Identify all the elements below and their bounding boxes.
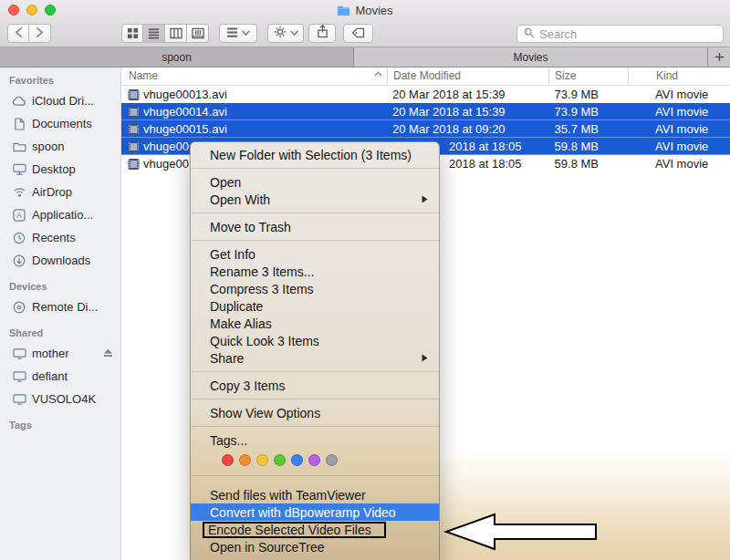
sort-ascending-icon [374, 71, 382, 77]
table-row[interactable]: vhuge00015.avi 20 Mar 2018 at 09:20 35.7… [121, 120, 730, 138]
sidebar-item-label: AirDrop [32, 185, 72, 199]
table-row[interactable]: vhuge00013.avi 20 Mar 2018 at 15:39 73.9… [121, 86, 730, 103]
tag-gray[interactable] [326, 454, 338, 466]
tag-green[interactable] [274, 454, 286, 466]
tag-purple[interactable] [308, 454, 320, 466]
sidebar-item-documents[interactable]: Documents [0, 112, 120, 135]
tag-yellow[interactable] [256, 454, 268, 466]
tag-button[interactable] [343, 24, 373, 43]
column-header-size[interactable]: Size [548, 67, 628, 85]
menu-item-make-alias[interactable]: Make Alias [191, 315, 439, 332]
sidebar-item-defiant[interactable]: defiant [0, 365, 120, 388]
menu-item-label: Share [210, 351, 422, 366]
sidebar-item-label: mother [32, 347, 68, 360]
column-header-date[interactable]: Date Modified [387, 67, 548, 85]
menu-item-quick-look[interactable]: Quick Look 3 Items [191, 332, 439, 349]
menu-item-label: Open in SourceTree [210, 540, 430, 555]
sidebar-item-remote-disc[interactable]: Remote Di... [0, 296, 120, 318]
share-button[interactable] [308, 24, 336, 43]
context-menu: New Folder with Selection (3 Items) Open… [190, 141, 440, 560]
movie-file-icon [128, 106, 140, 119]
menu-item-show-view-options[interactable]: Show View Options [191, 404, 439, 421]
column-label: Size [555, 69, 576, 82]
sidebar-item-recents[interactable]: Recents [0, 226, 120, 249]
menu-item-encode-selected[interactable]: Encode Selected Video Files [191, 521, 439, 538]
window-chrome: Movies [0, 0, 730, 47]
group-button[interactable] [219, 24, 257, 43]
menu-item-send-teamviewer[interactable]: Send files with TeamViewer [191, 486, 439, 503]
menu-item-open[interactable]: Open [191, 173, 439, 191]
sidebar-item-mother[interactable]: mother [0, 342, 120, 365]
sidebar-section-devices: Devices [0, 277, 120, 296]
menu-item-compress[interactable]: Compress 3 Items [191, 280, 439, 297]
coverflow-view-button[interactable] [187, 24, 209, 43]
menu-item-open-sourcetree[interactable]: Open in SourceTree [191, 538, 439, 555]
menu-item-tags[interactable]: Tags... [191, 431, 439, 449]
disc-icon [11, 301, 27, 314]
tag-blue[interactable] [291, 454, 303, 466]
action-button[interactable] [267, 24, 304, 43]
sidebar-item-applications[interactable]: AApplicatio... [0, 203, 120, 226]
file-name: vhuge00 [143, 138, 189, 155]
file-name: vhuge00014.avi [143, 103, 227, 120]
sidebar-section-favorites: Favorites [0, 71, 120, 89]
tag-red[interactable] [222, 454, 234, 466]
menu-item-share[interactable]: Share [191, 349, 439, 367]
column-label: Date Modified [393, 69, 461, 82]
tab-spoon[interactable]: spoon [0, 47, 354, 67]
finder-window: Movies [0, 0, 730, 560]
sidebar-item-desktop[interactable]: Desktop [0, 158, 120, 181]
sidebar-item-label: Documents [32, 117, 92, 130]
sidebar-item-spoon[interactable]: spoon [0, 135, 120, 158]
menu-item-copy[interactable]: Copy 3 Items [191, 377, 439, 394]
menu-item-label: Quick Look 3 Items [210, 334, 430, 348]
sidebar-item-vusolo4k[interactable]: VUSOLO4K [0, 388, 120, 410]
sidebar-item-airdrop[interactable]: AirDrop [0, 181, 120, 203]
file-name: vhuge00015.avi [143, 120, 227, 138]
sidebar-item-icloud[interactable]: iCloud Dri... [0, 89, 120, 112]
back-button[interactable] [7, 24, 29, 43]
column-header-name[interactable]: Name [121, 67, 387, 85]
menu-item-move-to-trash[interactable]: Move to Trash [191, 218, 439, 235]
sidebar-item-label: iCloud Dri... [32, 94, 94, 108]
view-switcher [121, 24, 209, 43]
chevron-right-icon [35, 26, 45, 42]
menu-item-label: Make Alias [210, 316, 430, 331]
display-icon [11, 370, 27, 382]
list-view-button[interactable] [143, 24, 165, 43]
column-headers: Name Date Modified Size Kind [121, 67, 730, 86]
new-tab-button[interactable] [708, 47, 730, 67]
sidebar-item-downloads[interactable]: Downloads [0, 249, 120, 272]
menu-item-get-info[interactable]: Get Info [191, 245, 439, 263]
share-icon [317, 25, 328, 42]
document-icon [11, 118, 27, 130]
applications-icon: A [11, 209, 27, 222]
search-input[interactable] [539, 27, 723, 41]
file-kind: AVI movie [628, 103, 730, 120]
file-kind: AVI movie [628, 86, 730, 103]
tab-bar: spoon Movies [0, 47, 730, 67]
menu-item-open-with[interactable]: Open With [191, 191, 439, 208]
tag-orange[interactable] [239, 454, 251, 466]
menu-item-label: Copy 3 Items [210, 379, 430, 393]
folder-icon [11, 141, 27, 152]
plus-icon [714, 49, 725, 66]
menu-item-new-folder-with-selection[interactable]: New Folder with Selection (3 Items) [191, 146, 439, 163]
group-by-icon [226, 26, 238, 42]
menu-item-label: New Folder with Selection (3 Items) [210, 148, 430, 162]
forward-button[interactable] [29, 24, 51, 43]
annotation-left-arrow-icon [443, 512, 599, 552]
eject-button[interactable] [103, 348, 113, 358]
menu-item-duplicate[interactable]: Duplicate [191, 297, 439, 315]
svg-text:A: A [16, 211, 22, 220]
display-icon [11, 347, 27, 359]
tab-movies[interactable]: Movies [354, 47, 708, 67]
table-row[interactable]: vhuge00014.avi 20 Mar 2018 at 15:39 73.9… [121, 103, 730, 120]
cloud-icon [11, 96, 27, 107]
column-view-button[interactable] [165, 24, 187, 43]
icon-view-button[interactable] [121, 24, 143, 43]
file-kind: AVI movie [628, 138, 730, 155]
menu-item-convert-dbpoweramp[interactable]: Convert with dBpoweramp Video [191, 503, 439, 521]
column-header-kind[interactable]: Kind [628, 67, 730, 85]
menu-item-rename[interactable]: Rename 3 Items... [191, 263, 439, 280]
